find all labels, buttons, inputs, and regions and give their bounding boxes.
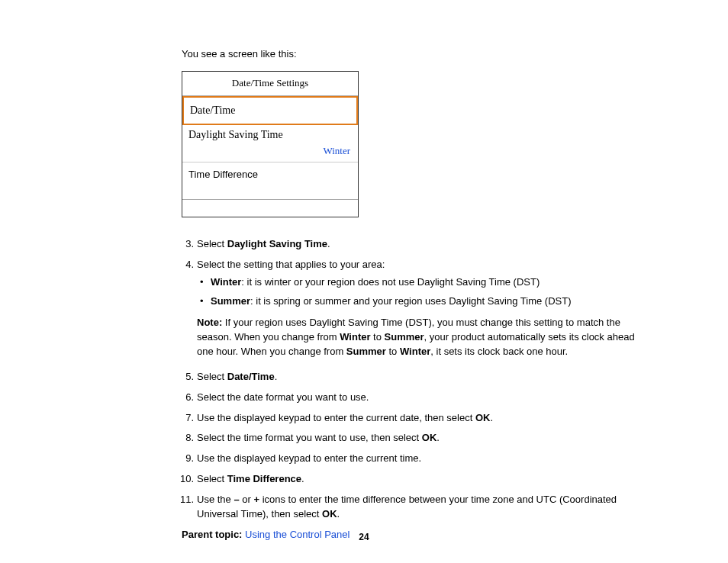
device-row-dst-label: Daylight Saving Time xyxy=(182,125,358,144)
note-text: Note: If your region uses Daylight Savin… xyxy=(197,316,646,359)
step-3: Select Daylight Saving Time. xyxy=(197,237,646,252)
device-row-timediff: Time Difference xyxy=(182,162,358,199)
step-10: Select Time Difference. xyxy=(197,472,646,487)
page-number: 24 xyxy=(0,531,728,544)
device-screenshot: Date/Time Settings Date/Time Daylight Sa… xyxy=(182,71,359,217)
bullet-summer: Summer: it is spring or summer and your … xyxy=(211,294,646,309)
device-title: Date/Time Settings xyxy=(182,72,358,96)
bullet-winter: Winter: it is winter or your region does… xyxy=(211,275,646,290)
device-row-selected: Date/Time xyxy=(182,96,358,125)
step-9: Use the displayed keypad to enter the cu… xyxy=(197,452,646,466)
step-5: Select Date/Time. xyxy=(197,370,646,384)
device-footer xyxy=(182,199,358,217)
steps-list: Select Daylight Saving Time. Select the … xyxy=(182,237,646,522)
step-4: Select the setting that applies to your … xyxy=(197,258,646,359)
step-11: Use the – or + icons to enter the time d… xyxy=(197,493,646,522)
step-8: Select the time format you want to use, … xyxy=(197,431,646,446)
step-7: Use the displayed keypad to enter the cu… xyxy=(197,411,646,426)
intro-text: You see a screen like this: xyxy=(182,47,646,62)
device-row-dst: Daylight Saving Time Winter xyxy=(182,125,358,162)
device-row-dst-value: Winter xyxy=(182,144,358,162)
step-6: Select the date format you want to use. xyxy=(197,391,646,405)
